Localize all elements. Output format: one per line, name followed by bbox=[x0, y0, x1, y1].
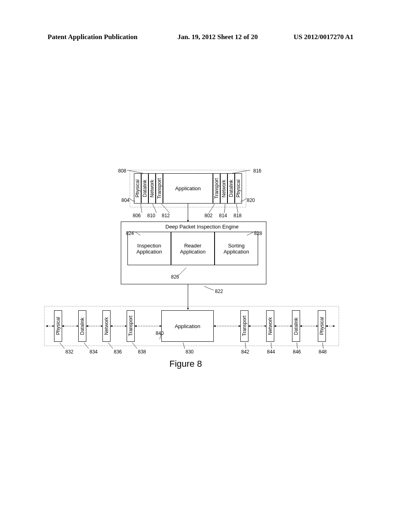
header-left: Patent Application Publication bbox=[48, 33, 138, 41]
bottom-right-physical: Physical bbox=[318, 310, 326, 342]
header-center: Jan. 19, 2012 Sheet 12 of 20 bbox=[177, 33, 258, 41]
figure-8: Physical Datalink Network Transport Appl… bbox=[0, 161, 413, 379]
dpi-title: Deep Packet Inspection Engine bbox=[165, 224, 238, 230]
ref-818: 818 bbox=[234, 213, 242, 218]
top-left-transport: Transport bbox=[156, 173, 163, 204]
top-right-network: Network bbox=[220, 173, 227, 204]
ref-836: 836 bbox=[114, 349, 122, 355]
ref-832: 832 bbox=[65, 349, 73, 355]
svg-line-2 bbox=[232, 170, 250, 173]
svg-line-1 bbox=[127, 170, 143, 173]
ref-822: 822 bbox=[215, 289, 223, 294]
ref-802: 802 bbox=[204, 213, 213, 218]
ref-812: 812 bbox=[162, 213, 170, 218]
top-left-datalink: Datalink bbox=[141, 173, 148, 204]
ref-810: 810 bbox=[147, 213, 155, 218]
bottom-right-network: Network bbox=[266, 310, 274, 342]
ref-838: 838 bbox=[138, 349, 146, 355]
bottom-right-transport: Transport bbox=[240, 310, 248, 342]
ref-840: 840 bbox=[156, 330, 164, 336]
ref-834: 834 bbox=[90, 349, 98, 355]
bottom-left-transport: Transport bbox=[127, 310, 135, 342]
ref-830: 830 bbox=[186, 349, 194, 355]
top-right-transport: Transport bbox=[213, 173, 220, 204]
ref-816: 816 bbox=[253, 168, 261, 174]
top-left-physical: Physical bbox=[134, 173, 141, 204]
bottom-left-network: Network bbox=[102, 310, 111, 342]
ref-844: 844 bbox=[267, 349, 275, 355]
bottom-left-datalink: Datalink bbox=[78, 310, 86, 342]
header-right: US 2012/0017270 A1 bbox=[294, 33, 353, 41]
top-right-physical: Physical bbox=[235, 173, 242, 204]
ref-814: 814 bbox=[219, 213, 227, 218]
ref-846: 846 bbox=[293, 349, 301, 355]
ref-824: 824 bbox=[126, 231, 134, 236]
ref-842: 842 bbox=[241, 349, 249, 355]
bottom-left-physical: Physical bbox=[54, 310, 62, 342]
ref-808: 808 bbox=[118, 168, 126, 174]
bottom-right-datalink: Datalink bbox=[292, 310, 300, 342]
ref-820: 820 bbox=[247, 197, 255, 203]
inspection-application: Inspection Application bbox=[127, 232, 171, 265]
ref-826: 826 bbox=[171, 274, 179, 280]
bottom-application: Application bbox=[161, 310, 214, 342]
ref-828: 828 bbox=[254, 231, 262, 236]
top-left-network: Network bbox=[148, 173, 156, 204]
top-application: Application bbox=[163, 173, 213, 204]
ref-848: 848 bbox=[319, 349, 327, 355]
figure-caption: Figure 8 bbox=[169, 359, 202, 369]
sorting-application: Sorting Application bbox=[215, 232, 258, 265]
ref-806: 806 bbox=[133, 213, 141, 218]
top-right-datalink: Datalink bbox=[227, 173, 235, 204]
reader-application: Reader Application bbox=[171, 232, 215, 265]
ref-804: 804 bbox=[121, 197, 129, 203]
